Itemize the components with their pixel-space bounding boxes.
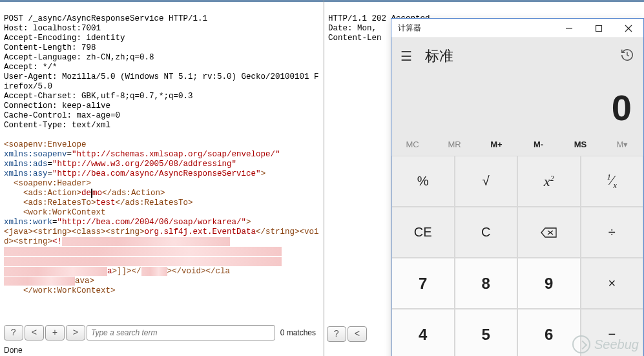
redacted-block (4, 267, 107, 276)
req-line: Host: localhost:7001 (4, 24, 101, 33)
search-add-button[interactable]: + (45, 325, 65, 340)
req-line: Accept-Charset: GBK,utf-8;q=0.7,*;q=0.3 (4, 92, 193, 101)
mem-mc[interactable]: MC (391, 132, 433, 156)
search-prev-button[interactable]: < (348, 326, 367, 342)
xml-tag: > (90, 277, 95, 286)
xml-val: "http://www.w3.org/2005/08/addressing" (52, 160, 236, 169)
req-line: User-Agent: Mozilla/5.0 (Windows NT 5.1;… (4, 72, 319, 91)
xml-text: org.slf4j.ext.EventData (145, 227, 256, 236)
xml-tag: <soapenv:Envelope (4, 140, 87, 149)
search-prev-button[interactable]: < (25, 325, 44, 340)
close-button[interactable] (614, 19, 643, 38)
xml-text: a (107, 267, 112, 276)
req-line: Accept: */* (4, 63, 57, 72)
svg-rect-1 (596, 25, 602, 31)
req-line: Content-Length: 798 (4, 43, 96, 52)
xml-text: test (96, 198, 116, 207)
search-next-button[interactable]: > (66, 325, 85, 340)
key-divide[interactable]: ÷ (581, 207, 643, 257)
xml-tag: </ads:RelatesTo> (116, 198, 193, 207)
request-text[interactable]: POST /_async/AsyncResponseService HTTP/1… (0, 2, 324, 297)
xml-tag: <ads:Action> (4, 189, 81, 198)
key-5[interactable]: 5 (455, 309, 517, 356)
mem-mlist[interactable]: M▾ (601, 132, 643, 156)
redacted-block (62, 237, 230, 246)
xml-val: "http://schemas.xmlsoap.org/soap/envelop… (72, 150, 280, 159)
xml-tag: <soapenv:Header> (4, 179, 91, 188)
key-7[interactable]: 7 (392, 258, 454, 308)
minimize-icon (565, 25, 573, 32)
resp-line: Content-Len (328, 34, 382, 43)
req-line: Content-Type: text/xml (4, 121, 110, 130)
search-bar-left: ? < + > 0 matches (3, 324, 321, 342)
xml-text: mo (92, 189, 102, 198)
xml-tag: <work:WorkContext (4, 208, 106, 217)
xml-text: <! (52, 237, 62, 246)
close-icon (625, 25, 632, 32)
mem-mplus[interactable]: M+ (475, 132, 517, 156)
key-minus[interactable]: − (581, 309, 643, 356)
memory-row: MC MR M+ M- MS M▾ (391, 132, 643, 156)
xml-tag: >]]> (112, 267, 132, 276)
search-match-count: 0 matches (276, 328, 320, 337)
redacted-block (4, 277, 75, 286)
xml-text: de (81, 189, 91, 198)
xml-tag: <ads:RelatesTo> (4, 198, 96, 207)
xml-tag: > (261, 169, 266, 178)
search-input[interactable] (87, 325, 275, 340)
history-icon[interactable] (620, 48, 634, 65)
key-percent[interactable]: % (392, 156, 454, 206)
search-help-button[interactable]: ? (4, 325, 23, 340)
redacted-block (4, 247, 282, 256)
maximize-icon (595, 25, 603, 32)
xml-tag: </work:WorkContext> (4, 286, 116, 295)
xml-attr: xmlns:soapenv (4, 150, 67, 159)
calculator-titlebar[interactable]: 计算器 (391, 19, 643, 38)
xml-attr: xmlns:work (4, 218, 52, 227)
maximize-button[interactable] (584, 19, 614, 38)
key-ce[interactable]: CE (392, 207, 454, 257)
status-bar: Done (4, 346, 23, 355)
calculator-title: 计算器 (398, 23, 421, 34)
key-4[interactable]: 4 (392, 309, 454, 356)
key-c[interactable]: C (455, 207, 517, 257)
xml-val: "http://bea.com/async/AsyncResponseServi… (52, 169, 261, 178)
redacted-block (141, 267, 167, 276)
req-line: POST /_async/AsyncResponseService HTTP/1… (4, 14, 207, 23)
req-line: Accept-Language: zh-CN,zh;q=0.8 (4, 53, 154, 62)
mem-mminus[interactable]: M- (517, 132, 559, 156)
key-sqrt[interactable]: √ (455, 156, 517, 206)
key-reciprocal[interactable]: 1∕x (581, 156, 643, 206)
req-line: Cache-Control: max-age=0 (4, 111, 120, 120)
xml-tag: > (246, 218, 251, 227)
hamburger-icon[interactable]: ☰ (400, 48, 416, 64)
minimize-button[interactable] (554, 19, 584, 38)
backspace-icon (541, 227, 557, 238)
xml-tag: <java><string><class><string> (4, 227, 145, 236)
key-square[interactable]: x2 (518, 156, 580, 206)
redacted-block (4, 257, 282, 266)
req-line: Accept-Encoding: identity (4, 34, 125, 43)
xml-tag: ></void></cla (167, 267, 231, 276)
search-help-button[interactable]: ? (327, 326, 346, 342)
resp-line: Date: Mon, (328, 24, 391, 33)
key-backspace[interactable] (518, 207, 580, 257)
key-8[interactable]: 8 (455, 258, 517, 308)
xml-attr: xmlns:ads (4, 160, 48, 169)
calculator-mode: 标准 (425, 47, 453, 66)
key-multiply[interactable]: × (581, 258, 643, 308)
mem-ms[interactable]: MS (559, 132, 601, 156)
mem-mr[interactable]: MR (433, 132, 475, 156)
key-6[interactable]: 6 (518, 309, 580, 356)
calculator-display: 0 (391, 74, 643, 132)
calculator-keypad: % √ x2 1∕x CE C ÷ 7 8 9 × 4 5 6 − (391, 156, 643, 356)
xml-tag: </ads:Action> (102, 189, 165, 198)
xml-tag: </ (132, 267, 141, 276)
xml-attr: xmlns:asy (4, 169, 48, 178)
calculator-window[interactable]: 计算器 ☰ 标准 0 MC MR M+ M- MS M▾ % √ x2 (391, 18, 644, 356)
key-9[interactable]: 9 (518, 258, 580, 308)
xml-tag: ava (75, 277, 90, 286)
search-bar-right: ? < (327, 326, 367, 342)
req-line: Connection: keep-alive (4, 101, 110, 110)
xml-val: "http://bea.com/2004/06/soap/workarea/" (57, 218, 247, 227)
